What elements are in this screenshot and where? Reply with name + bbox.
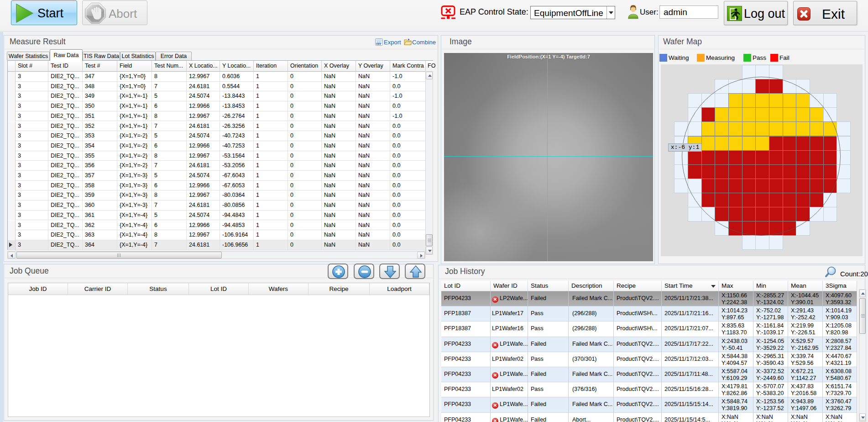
svg-text:csv: csv [376, 42, 381, 45]
